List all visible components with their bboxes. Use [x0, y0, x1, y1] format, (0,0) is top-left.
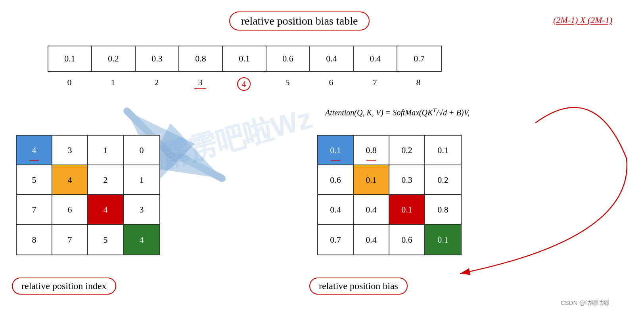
- matrix-cell-7: 0.2: [425, 165, 461, 195]
- size-label: (2M-1) X (2M-1): [553, 15, 612, 25]
- matrix-cell-10: 4: [88, 195, 124, 225]
- csdn-label: CSDN @咕嘟咕嘟_: [561, 299, 612, 307]
- matrix-cell-6: 2: [88, 165, 124, 195]
- bias-table-cell-0: 0.1: [48, 46, 92, 71]
- attention-formula: Attention(Q, K, V) = SoftMax(QKT/√d + B)…: [325, 106, 470, 117]
- matrix-cell-13: 0.4: [354, 225, 389, 255]
- matrix-cell-9: 0.4: [354, 195, 389, 225]
- index-cell-5: 5: [266, 77, 309, 91]
- bias-table-cell-2: 0.3: [136, 46, 179, 71]
- matrix-cell-0: 4: [17, 136, 52, 165]
- bias-table-cell-4: 0.1: [223, 46, 266, 71]
- matrix-cell-8: 0.4: [318, 195, 354, 225]
- matrix-cell-7: 1: [124, 165, 159, 195]
- matrix-cell-5: 4: [52, 165, 88, 195]
- bias-table: 0.10.20.30.80.10.60.40.40.7: [48, 46, 442, 72]
- matrix-cell-0: 0.1: [318, 136, 354, 165]
- index-cell-6: 6: [309, 77, 353, 91]
- index-cell-7: 7: [353, 77, 397, 91]
- watermark: 霹雳吧啦Wz: [156, 100, 316, 176]
- matrix-cell-15: 4: [124, 225, 159, 255]
- matrix-cell-12: 8: [17, 225, 52, 255]
- right-matrix-label: relative position bias: [309, 278, 408, 295]
- matrix-cell-13: 7: [52, 225, 88, 255]
- matrix-cell-2: 0.2: [389, 136, 425, 165]
- index-cell-0: 0: [48, 77, 91, 91]
- left-matrix-label: relative position index: [12, 278, 116, 295]
- matrix-cell-10: 0.1: [389, 195, 425, 225]
- matrix-cell-3: 0.1: [425, 136, 461, 165]
- bias-table-label: relative position bias table: [229, 11, 370, 31]
- matrix-cell-12: 0.7: [318, 225, 354, 255]
- matrix-cell-8: 7: [17, 195, 52, 225]
- matrix-cell-2: 1: [88, 136, 124, 165]
- matrix-cell-4: 0.6: [318, 165, 354, 195]
- index-row: 012345678: [48, 77, 440, 91]
- matrix-cell-14: 5: [88, 225, 124, 255]
- index-cell-1: 1: [91, 77, 135, 91]
- bias-table-cell-3: 0.8: [179, 46, 223, 71]
- bias-table-cell-8: 0.7: [397, 46, 441, 71]
- matrix-cell-6: 0.3: [389, 165, 425, 195]
- right-matrix: 0.10.80.20.10.60.10.30.20.40.40.10.80.70…: [317, 135, 462, 255]
- index-cell-4: 4: [222, 77, 266, 91]
- matrix-cell-5: 0.1: [354, 165, 389, 195]
- svg-line-2: [180, 157, 222, 178]
- index-cell-3: 3: [178, 77, 222, 91]
- left-matrix: 4310542176438754: [16, 135, 160, 255]
- bias-table-label-container: relative position bias table: [193, 11, 406, 31]
- matrix-cell-15: 0.1: [425, 225, 461, 255]
- matrix-cell-11: 3: [124, 195, 159, 225]
- bias-table-cell-7: 0.4: [354, 46, 397, 71]
- bias-table-cell-6: 0.4: [310, 46, 354, 71]
- matrix-cell-9: 6: [52, 195, 88, 225]
- index-cell-2: 2: [135, 77, 178, 91]
- matrix-cell-3: 0: [124, 136, 159, 165]
- index-cell-8: 8: [397, 77, 440, 91]
- matrix-cell-11: 0.8: [425, 195, 461, 225]
- bias-table-cell-5: 0.6: [266, 46, 310, 71]
- matrix-cell-1: 0.8: [354, 136, 389, 165]
- main-container: relative position bias table (2M-1) X (2…: [0, 0, 644, 314]
- matrix-cell-1: 3: [52, 136, 88, 165]
- matrix-cell-14: 0.6: [389, 225, 425, 255]
- matrix-cell-4: 5: [17, 165, 52, 195]
- bias-table-cell-1: 0.2: [92, 46, 136, 71]
